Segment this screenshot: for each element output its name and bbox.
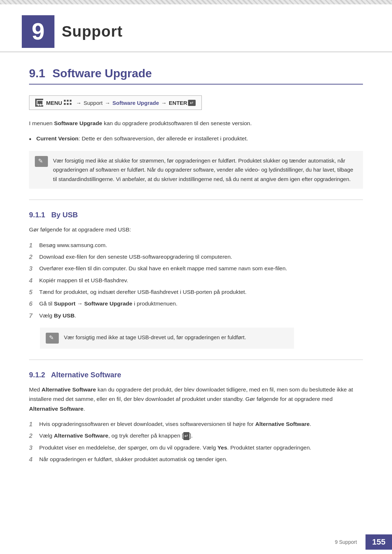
section-912-heading: 9.1.2 Alternative Software (29, 371, 363, 379)
alt-step-4: 4 Når opgraderingen er fuldført, slukker… (29, 455, 363, 464)
chapter-number: 9 (22, 15, 54, 48)
note-text-91: Vær forsigtig med ikke at slukke for str… (53, 156, 357, 184)
usb-step-5: 5 Tænd for produktet, og indsæt derefter… (29, 287, 363, 297)
alt-step-1-text: Hvis opgraderingssoftwaren er blevet dow… (39, 421, 311, 427)
usb-step-4-text: Kopiér mappen til et USB-flashdrev. (39, 277, 128, 283)
alt-step-1: 1 Hvis opgraderingssoftwaren er blevet d… (29, 419, 363, 429)
section-91-bullets: Current Version: Dette er den softwareve… (29, 134, 363, 143)
page-footer: 9 Support 155 (329, 530, 392, 554)
menu-software-upgrade: Software Upgrade (113, 100, 159, 106)
alt-step-num-4: 4 (29, 455, 32, 465)
section-911-number: 9.1.1 (29, 211, 45, 219)
usb-step-5-text: Tænd for produktet, og indsæt derefter U… (39, 289, 246, 295)
alt-software-steps: 1 Hvis opgraderingssoftwaren er blevet d… (29, 419, 363, 464)
alt-step-num-2: 2 (29, 431, 32, 442)
note-icon (35, 156, 48, 167)
step-num-5: 5 (29, 287, 32, 298)
step7-bold: By USB (54, 312, 75, 319)
section-911-note: Vær forsigtig med ikke at tage USB-dreve… (40, 328, 294, 349)
alt-soft-bold-1: Alternative Software (41, 386, 96, 393)
menu-tv-icon (35, 99, 43, 107)
usb-step-1: 1 Besøg www.samsung.com. (29, 241, 363, 250)
section-911-heading: 9.1.1 By USB (29, 211, 363, 219)
section-912-title: Alternative Software (51, 371, 121, 379)
menu-label: MENU (46, 100, 62, 106)
arrow-1: → (76, 100, 81, 106)
arrow-2: → (105, 100, 110, 106)
step-num-1: 1 (29, 241, 32, 251)
section-91-note: Vær forsigtig med ikke at slukke for str… (29, 151, 363, 189)
section-912-number: 9.1.2 (29, 371, 45, 379)
usb-step-3-text: Overfører exe-filen til din computer. Du… (39, 265, 287, 271)
usb-step-6-text: Gå til Support → Software Upgrade i prod… (39, 300, 177, 307)
section-91-number: 9.1 (29, 67, 45, 80)
alt-step3-bold: Yes (217, 444, 227, 451)
main-content: 9.1 Software Upgrade MENU → Support → So… (0, 67, 392, 493)
grid-icon (64, 100, 72, 106)
divider-1 (29, 200, 363, 200)
page-number: 155 (366, 534, 392, 550)
section-911-title: By USB (51, 211, 78, 219)
alt-step-3-text: Produktet viser en meddelelse, der spørg… (39, 444, 311, 451)
alt-step-3: 3 Produktet viser en meddelelse, der spø… (29, 443, 363, 452)
chapter-header: 9 Support (0, 4, 392, 52)
software-upgrade-bold-1: Software Upgrade (54, 120, 102, 126)
section-911-intro: Gør følgende for at opgradere med USB: (29, 225, 363, 234)
menu-enter-label: ENTER (169, 100, 187, 106)
arrow-3: → (161, 100, 167, 106)
top-decorative-stripe (0, 0, 392, 4)
note-icon-usb (46, 333, 59, 344)
menu-path-box: MENU → Support → Software Upgrade → ENTE… (29, 95, 202, 110)
usb-step-6: 6 Gå til Support → Software Upgrade i pr… (29, 299, 363, 308)
step-num-2: 2 (29, 252, 32, 263)
divider-2 (29, 360, 363, 360)
bullet-current-version: Current Version: Dette er den softwareve… (29, 134, 363, 143)
usb-step-1-text: Besøg www.samsung.com. (39, 242, 107, 248)
alt-step-num-3: 3 (29, 443, 32, 454)
chapter-title: Support (62, 23, 123, 40)
section-912-intro: Med Alternative Software kan du opgrader… (29, 385, 363, 414)
step-num-6: 6 (29, 299, 32, 309)
alt-soft-bold-2: Alternative Software (29, 406, 83, 412)
step-num-7: 7 (29, 311, 32, 321)
step-num-3: 3 (29, 264, 32, 274)
usb-step-3: 3 Overfører exe-filen til din computer. … (29, 264, 363, 273)
alt-step-num-1: 1 (29, 419, 32, 430)
note-text-usb: Vær forsigtig med ikke at tage USB-dreve… (64, 333, 246, 342)
alt-step1-bold: Alternative Software (255, 421, 310, 427)
usb-step-4: 4 Kopiér mappen til et USB-flashdrev. (29, 276, 363, 285)
footer-chapter-label: 9 Support (329, 539, 363, 545)
alt-step-4-text: Når opgraderingen er fuldført, slukker p… (39, 456, 228, 462)
by-usb-steps: 1 Besøg www.samsung.com. 2 Download exe-… (29, 241, 363, 320)
step6-bold: Support → Software Upgrade (54, 300, 132, 307)
step-num-4: 4 (29, 276, 32, 286)
usb-step-2: 2 Download exe-filen for den seneste USB… (29, 252, 363, 262)
usb-step-7: 7 Vælg By USB. (29, 311, 363, 320)
enter-icon: ↵ (188, 100, 196, 106)
alt-step-2-text: Vælg Alternative Software, og tryk deref… (39, 432, 193, 439)
section-91-intro: I menuen Software Upgrade kan du opgrade… (29, 119, 363, 128)
usb-step-7-text: Vælg By USB. (39, 312, 76, 319)
usb-step-2-text: Download exe-filen for den seneste USB-s… (39, 254, 232, 260)
section-91-heading: 9.1 Software Upgrade (29, 67, 363, 85)
menu-support: Support (83, 100, 103, 106)
section-91-title: Software Upgrade (52, 67, 152, 80)
alt-step-2: 2 Vælg Alternative Software, og tryk der… (29, 431, 363, 440)
page: 9 Support 9.1 Software Upgrade MENU → Su… (0, 0, 392, 554)
alt-step2-bold: Alternative Software (54, 432, 109, 439)
enter-icon-step2: ↵ (183, 432, 189, 440)
current-version-label: Current Version (36, 135, 78, 141)
current-version-text: : Dette er den softwareversion, der alle… (78, 135, 248, 141)
